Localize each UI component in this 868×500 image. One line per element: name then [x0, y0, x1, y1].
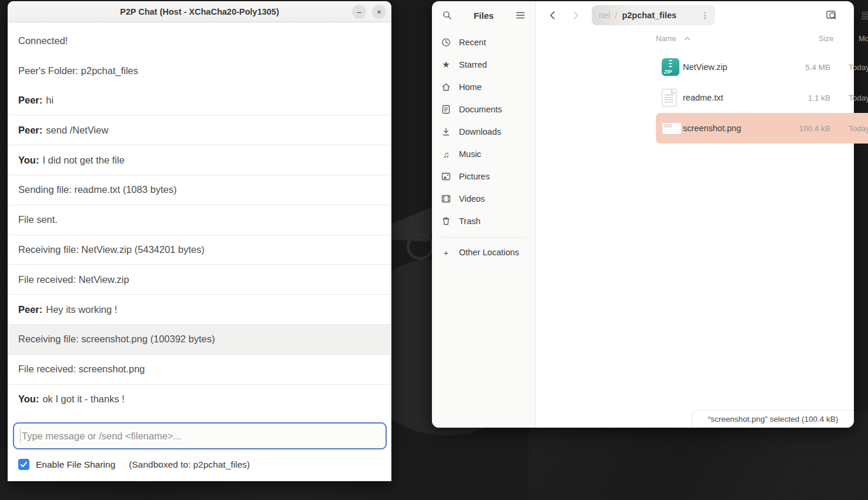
file-row-screenshot-png-selected[interactable]: screenshot.png 100.4 kB Today 5:12 PM ☆: [656, 113, 868, 144]
close-button[interactable]: ×: [372, 5, 386, 19]
sidebar-item-videos[interactable]: Videos: [435, 188, 532, 210]
sidebar-item-recent[interactable]: Recent: [435, 31, 532, 54]
message-text: File received: NetView.zip: [18, 274, 129, 285]
plus-icon: +: [441, 248, 451, 258]
path-bar[interactable]: nel / p2pchat_files ⋮: [592, 5, 715, 25]
message-text: I did not get the file: [42, 155, 124, 166]
file-row-netview-zip[interactable]: ZIP NetView.zip 5.4 MB Today 5:10 PM ☆: [656, 52, 868, 82]
sidebar-item-label: Videos: [459, 194, 485, 204]
music-icon: ♫: [441, 149, 451, 159]
sidebar-item-pictures[interactable]: Pictures: [435, 165, 532, 188]
message-text: send /NetView: [46, 125, 108, 136]
wallpaper-swirl: [407, 233, 434, 260]
sender-label: Peer:: [18, 95, 42, 106]
files-content: nel / p2pchat_files ⋮ – × Name: [537, 1, 854, 428]
chat-message[interactable]: File sent.: [8, 205, 391, 235]
app-title: Files: [454, 11, 513, 21]
message-text: hi: [46, 95, 53, 106]
search-button[interactable]: [440, 8, 454, 22]
message-text: Receiving file: NetView.zip (5434201 byt…: [18, 244, 205, 255]
hamburger-icon: [516, 12, 525, 19]
path-segment-current[interactable]: p2pchat_files: [622, 11, 676, 20]
message-text: Hey its working !: [46, 304, 117, 315]
file-name: readme.txt: [683, 93, 783, 102]
chat-message[interactable]: Sending file: readme.txt (1083 bytes): [8, 175, 391, 205]
list-column-headers: Name Size Modified: [656, 32, 839, 45]
sidebar-item-label: Music: [459, 149, 481, 159]
sender-label: Peer:: [18, 125, 42, 136]
chat-message[interactable]: File received: NetView.zip: [8, 265, 391, 295]
picture-icon: [441, 172, 451, 181]
chat-message[interactable]: Connected!: [8, 26, 391, 56]
sidebar-item-label: Documents: [459, 105, 502, 114]
message-text: File received: screenshot.png: [18, 364, 145, 375]
path-separator: /: [615, 11, 617, 20]
sidebar-item-label: Downloads: [459, 127, 501, 136]
message-text: Receiving file: screenshot.png (100392 b…: [18, 334, 215, 345]
sidebar-item-label: Recent: [459, 38, 486, 47]
enable-file-sharing-checkbox[interactable]: [18, 459, 29, 470]
home-icon: [441, 82, 451, 92]
chat-message[interactable]: Peer's Folder: p2pchat_files: [8, 56, 391, 86]
sidebar-item-downloads[interactable]: Downloads: [435, 121, 532, 143]
path-segment-parent[interactable]: nel: [599, 11, 610, 20]
forward-icon: [573, 11, 579, 20]
text-file-icon: [662, 89, 683, 106]
minimize-icon: –: [357, 8, 361, 16]
view-grid-button[interactable]: [856, 6, 868, 25]
chat-message[interactable]: Peer:send /NetView: [8, 115, 391, 145]
column-header-size[interactable]: Size: [819, 34, 833, 43]
minimize-button[interactable]: –: [352, 5, 366, 19]
chat-message-highlighted[interactable]: Receiving file: screenshot.png (100392 b…: [8, 325, 391, 355]
sidebar-item-documents[interactable]: Documents: [435, 98, 532, 121]
download-icon: [441, 127, 451, 136]
sidebar-item-label: Pictures: [459, 172, 490, 181]
column-header-name[interactable]: Name: [656, 34, 691, 43]
main-menu-button[interactable]: [513, 8, 527, 22]
file-name: NetView.zip: [683, 62, 783, 72]
forward-button[interactable]: [567, 6, 585, 24]
chat-titlebar[interactable]: P2P Chat (Host - XChaCha20-Poly1305) – ×: [8, 1, 391, 22]
sort-ascending-icon: [684, 36, 691, 41]
file-size: 5.4 MB: [783, 63, 830, 72]
selection-status-text: “screenshot.png” selected (100.4 kB): [708, 415, 838, 424]
column-header-modified[interactable]: Modified: [859, 34, 868, 43]
file-modified: Today 5:12 PM: [849, 124, 868, 133]
file-sharing-label: Enable File Sharing: [36, 459, 115, 470]
files-toolbar: nel / p2pchat_files ⋮ – ×: [537, 1, 854, 29]
sender-label: You:: [18, 394, 39, 405]
chat-message[interactable]: Peer:hi: [8, 86, 391, 116]
file-size: 100.4 kB: [783, 124, 830, 133]
sidebar-item-other-locations[interactable]: + Other Locations: [435, 241, 532, 264]
sidebar-item-trash[interactable]: Trash: [435, 210, 532, 232]
file-size: 1.1 kB: [783, 94, 830, 102]
message-input[interactable]: [13, 422, 387, 449]
p2p-chat-window: P2P Chat (Host - XChaCha20-Poly1305) – ×…: [8, 1, 391, 481]
trash-icon: [441, 216, 451, 226]
sender-label: Peer:: [18, 304, 42, 315]
folder-search-icon: [826, 10, 837, 21]
chat-window-title: P2P Chat (Host - XChaCha20-Poly1305): [120, 7, 279, 16]
sidebar-item-label: Home: [459, 82, 482, 92]
chat-message[interactable]: Peer:Hey its working !: [8, 295, 391, 325]
sidebar-item-label: Other Locations: [459, 248, 519, 257]
chat-message[interactable]: You:ok I got it - thanks !: [8, 385, 391, 415]
sidebar-item-music[interactable]: ♫ Music: [435, 143, 532, 165]
path-menu-icon[interactable]: ⋮: [701, 11, 709, 20]
selection-status-bar: “screenshot.png” selected (100.4 kB): [692, 410, 854, 428]
sidebar-item-label: Starred: [459, 60, 487, 69]
back-icon: [549, 11, 555, 20]
checkmark-icon: [20, 461, 28, 468]
star-icon: ★: [441, 59, 451, 70]
search-in-folder-button[interactable]: [822, 6, 841, 25]
files-window: Files Recent ★ Starred Home Documents: [432, 1, 854, 428]
sidebar-item-home[interactable]: Home: [435, 76, 532, 98]
chat-message[interactable]: You:I did not get the file: [8, 145, 391, 175]
grid-view-icon: [862, 11, 868, 20]
file-row-readme-txt[interactable]: readme.txt 1.1 kB Today 4:16 PM ☆: [656, 82, 868, 113]
back-button[interactable]: [544, 6, 561, 24]
chat-message[interactable]: Receiving file: NetView.zip (5434201 byt…: [8, 235, 391, 265]
chat-message[interactable]: File received: screenshot.png: [8, 355, 391, 385]
message-text: Connected!: [18, 35, 68, 46]
sidebar-item-starred[interactable]: ★ Starred: [435, 54, 532, 76]
